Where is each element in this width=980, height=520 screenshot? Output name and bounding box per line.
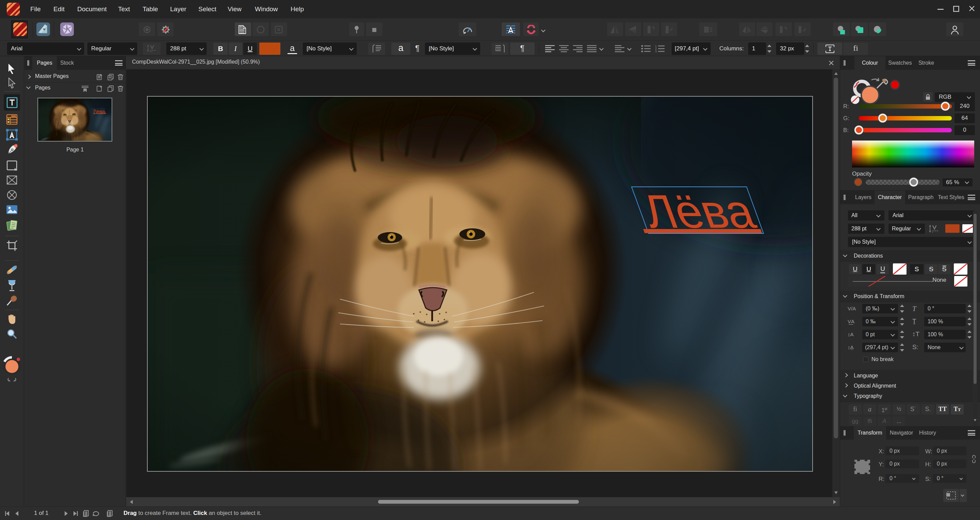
svg-text:3: 3 <box>655 50 657 52</box>
